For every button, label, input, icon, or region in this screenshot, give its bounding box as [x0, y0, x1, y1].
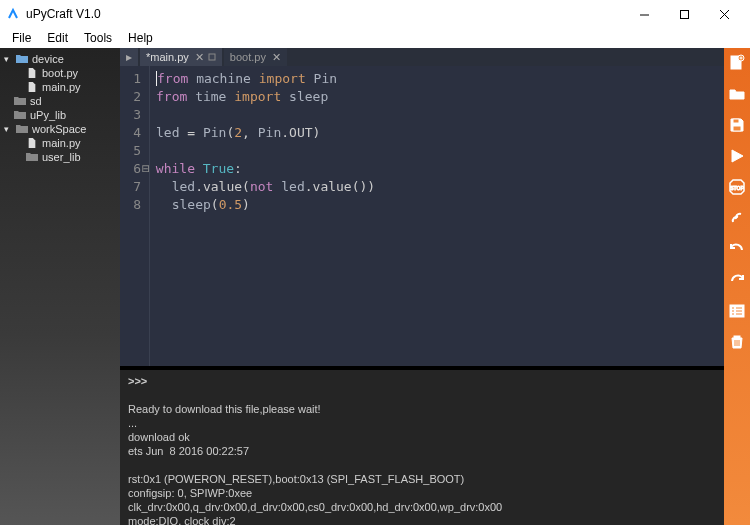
tree-folder-userlib[interactable]: user_lib	[2, 150, 118, 164]
line-number: 5	[120, 142, 141, 160]
tab-label: boot.py	[230, 51, 266, 63]
tree-label: main.py	[42, 137, 81, 149]
svg-rect-10	[733, 126, 741, 131]
window-buttons	[624, 0, 744, 28]
tree-upylib[interactable]: uPy_lib	[2, 108, 118, 122]
code-line[interactable]	[156, 106, 724, 124]
code-line[interactable]	[156, 142, 724, 160]
console-line: ets Jun 8 2016 00:22:57	[128, 444, 716, 458]
file-icon	[26, 138, 38, 148]
tab-label: *main.py	[146, 51, 189, 63]
code-line[interactable]: sleep(0.5)	[156, 196, 724, 214]
code-line[interactable]: led.value(not led.value())	[156, 178, 724, 196]
checklist-button[interactable]	[726, 300, 748, 322]
close-icon[interactable]: ✕	[195, 51, 204, 64]
svg-rect-4	[209, 54, 215, 60]
line-number: 8	[120, 196, 141, 214]
code-line[interactable]: ⊟while True:	[156, 160, 724, 178]
redo-button[interactable]	[726, 269, 748, 291]
tab-main[interactable]: *main.py ✕	[140, 48, 222, 66]
minimize-button[interactable]	[624, 0, 664, 28]
console-line	[128, 388, 716, 402]
line-gutter: 12345678	[120, 66, 150, 366]
connect-button[interactable]	[726, 207, 748, 229]
file-tree: ▾ device boot.py main.py sd uPy_lib ▾ wo…	[0, 48, 120, 525]
console[interactable]: >>> Ready to download this file,please w…	[120, 370, 724, 525]
maximize-button[interactable]	[664, 0, 704, 28]
code-editor[interactable]: 12345678 from machine import Pinfrom tim…	[120, 66, 724, 366]
tree-file-ws-main[interactable]: main.py	[2, 136, 118, 150]
code-line[interactable]: from time import sleep	[156, 88, 724, 106]
tree-label: boot.py	[42, 67, 78, 79]
line-number: 2	[120, 88, 141, 106]
code-line[interactable]: from machine import Pin	[156, 70, 724, 88]
code-area[interactable]: from machine import Pinfrom time import …	[150, 66, 724, 366]
tree-device[interactable]: ▾ device	[2, 52, 118, 66]
tree-sd[interactable]: sd	[2, 94, 118, 108]
titlebar: uPyCraft V1.0	[0, 0, 750, 28]
file-icon	[26, 68, 38, 78]
menu-file[interactable]: File	[4, 28, 39, 48]
tree-label: workSpace	[32, 123, 86, 135]
line-number: 3	[120, 106, 141, 124]
menu-help[interactable]: Help	[120, 28, 161, 48]
console-line: download ok	[128, 430, 716, 444]
folder-icon	[16, 124, 28, 134]
close-button[interactable]	[704, 0, 744, 28]
editor-column: ▸ *main.py ✕ boot.py ✕ 12345678 from mac…	[120, 48, 724, 525]
console-line: Ready to download this file,please wait!	[128, 402, 716, 416]
window-title: uPyCraft V1.0	[26, 7, 624, 21]
delete-button[interactable]	[726, 331, 748, 353]
tab-boot[interactable]: boot.py ✕	[224, 48, 287, 66]
chevron-down-icon: ▾	[4, 124, 12, 134]
tree-label: sd	[30, 95, 42, 107]
tree-file-boot[interactable]: boot.py	[2, 66, 118, 80]
stop-button[interactable]: STOP	[726, 176, 748, 198]
folder-icon	[26, 152, 38, 162]
tab-bar: ▸ *main.py ✕ boot.py ✕	[120, 48, 724, 66]
app-icon	[6, 7, 20, 21]
file-icon	[26, 82, 38, 92]
save-button[interactable]	[726, 114, 748, 136]
tab-nav-button[interactable]: ▸	[120, 48, 138, 66]
console-line: clk_drv:0x00,q_drv:0x00,d_drv:0x00,cs0_d…	[128, 500, 716, 514]
console-prompt: >>>	[128, 374, 716, 388]
tree-workspace[interactable]: ▾ workSpace	[2, 122, 118, 136]
tree-label: user_lib	[42, 151, 81, 163]
folder-icon	[14, 96, 26, 106]
console-line: mode:DIO, clock div:2	[128, 514, 716, 525]
close-icon[interactable]: ✕	[272, 51, 281, 64]
line-number: 6	[120, 160, 141, 178]
chevron-down-icon: ▾	[4, 54, 12, 64]
folder-icon	[14, 110, 26, 120]
run-button[interactable]	[726, 145, 748, 167]
open-folder-button[interactable]	[726, 83, 748, 105]
code-line[interactable]: led = Pin(2, Pin.OUT)	[156, 124, 724, 142]
right-toolbar: STOP	[724, 48, 750, 525]
svg-text:STOP: STOP	[730, 185, 744, 191]
console-line: configsip: 0, SPIWP:0xee	[128, 486, 716, 500]
line-number: 7	[120, 178, 141, 196]
tree-file-main[interactable]: main.py	[2, 80, 118, 94]
console-line: ...	[128, 416, 716, 430]
new-file-button[interactable]	[726, 52, 748, 74]
menu-edit[interactable]: Edit	[39, 28, 76, 48]
console-line	[128, 458, 716, 472]
svg-rect-1	[680, 10, 688, 18]
tree-label: uPy_lib	[30, 109, 66, 121]
svg-rect-9	[733, 119, 739, 123]
tree-label: device	[32, 53, 64, 65]
menubar: File Edit Tools Help	[0, 28, 750, 48]
line-number: 4	[120, 124, 141, 142]
menu-tools[interactable]: Tools	[76, 28, 120, 48]
svg-rect-20	[734, 336, 740, 338]
line-number: 1	[120, 70, 141, 88]
tab-marker	[208, 51, 216, 63]
folder-icon	[16, 54, 28, 64]
console-line: rst:0x1 (POWERON_RESET),boot:0x13 (SPI_F…	[128, 472, 716, 486]
undo-button[interactable]	[726, 238, 748, 260]
tree-label: main.py	[42, 81, 81, 93]
fold-icon[interactable]: ⊟	[142, 161, 150, 176]
